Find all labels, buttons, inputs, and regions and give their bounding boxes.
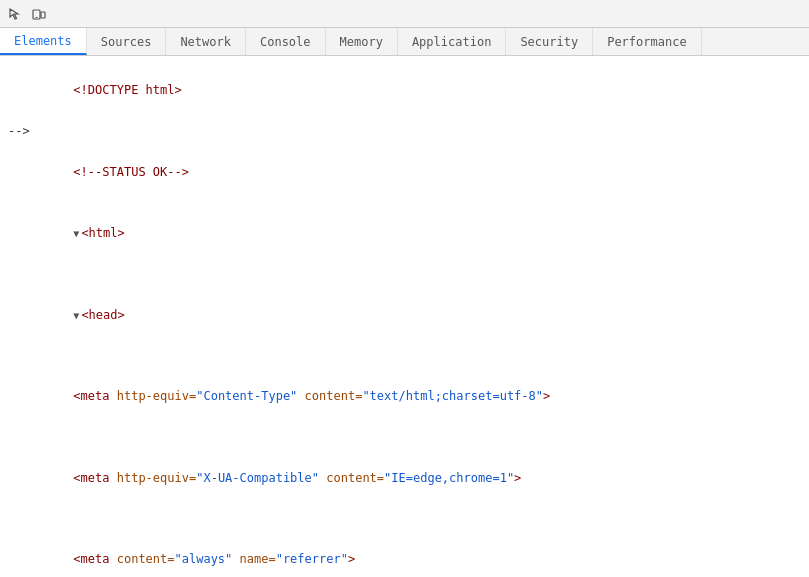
line-status-comment: <!--STATUS OK--> [8, 142, 801, 203]
line-html: ▼<html> [8, 203, 801, 264]
tab-memory[interactable]: Memory [326, 28, 398, 55]
toolbar-icons [4, 3, 50, 25]
cursor-icon[interactable] [4, 3, 26, 25]
tab-sources[interactable]: Sources [87, 28, 167, 55]
tab-network[interactable]: Network [166, 28, 246, 55]
tab-elements[interactable]: Elements [0, 28, 87, 55]
tab-application[interactable]: Application [398, 28, 506, 55]
line-head: ▼<head> [8, 264, 801, 346]
tab-performance[interactable]: Performance [593, 28, 701, 55]
line-meta-ua-compat: <meta http-equiv="X-UA-Compatible" conte… [8, 427, 801, 509]
tab-security[interactable]: Security [506, 28, 593, 55]
elements-panel: <!DOCTYPE html> --> <!--STATUS OK--> ▼<h… [0, 56, 809, 576]
line-doctype: <!DOCTYPE html> [8, 60, 801, 121]
tab-bar: Elements Sources Network Console Memory … [0, 28, 809, 56]
line-meta-content-type: <meta http-equiv="Content-Type" content=… [8, 345, 801, 427]
devtools-toolbar [0, 0, 809, 28]
line-meta-referrer: <meta content="always" name="referrer"> [8, 509, 801, 576]
device-icon[interactable] [28, 3, 50, 25]
tab-console[interactable]: Console [246, 28, 326, 55]
svg-rect-1 [41, 12, 45, 18]
